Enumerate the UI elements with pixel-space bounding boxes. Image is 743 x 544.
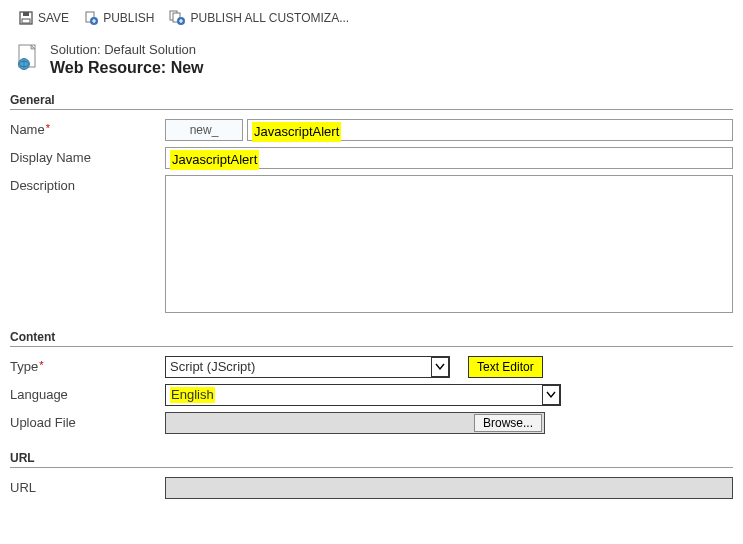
display-name-input[interactable]: JavascriptAlert <box>165 147 733 169</box>
section-general: General <box>10 89 733 110</box>
row-display-name: Display Name JavascriptAlert <box>0 144 743 172</box>
row-url: URL <box>0 474 743 502</box>
url-display <box>165 477 733 499</box>
type-select[interactable]: Script (JScript) <box>165 356 450 378</box>
chevron-down-icon[interactable] <box>431 357 449 377</box>
solution-label: Solution: <box>50 42 101 57</box>
type-label: Type* <box>10 356 165 374</box>
svg-rect-1 <box>23 12 29 16</box>
page-title: Web Resource: New <box>50 59 204 77</box>
name-input[interactable]: JavascriptAlert <box>247 119 733 141</box>
language-label: Language <box>10 384 165 402</box>
upload-label: Upload File <box>10 412 165 430</box>
row-name: Name* new_ JavascriptAlert <box>0 116 743 144</box>
solution-line: Solution: Default Solution <box>50 42 204 57</box>
publish-all-icon <box>168 10 186 26</box>
row-description: Description <box>0 172 743 316</box>
publish-all-button[interactable]: PUBLISH ALL CUSTOMIZA... <box>168 10 349 26</box>
svg-rect-2 <box>22 19 30 23</box>
save-icon <box>18 10 34 26</box>
save-button[interactable]: SAVE <box>18 10 69 26</box>
description-label: Description <box>10 175 165 193</box>
display-name-label: Display Name <box>10 147 165 165</box>
description-input[interactable] <box>165 175 733 313</box>
publish-label: PUBLISH <box>103 11 154 25</box>
url-label: URL <box>10 477 165 495</box>
text-editor-button[interactable]: Text Editor <box>468 356 543 378</box>
toolbar: SAVE PUBLISH PUBLISH ALL CUSTOMIZA... <box>0 0 743 34</box>
section-url: URL <box>10 447 733 468</box>
name-label: Name* <box>10 119 165 137</box>
row-type: Type* Script (JScript) Text Editor <box>0 353 743 381</box>
language-select[interactable]: English <box>165 384 561 406</box>
publish-icon <box>83 10 99 26</box>
publish-all-label: PUBLISH ALL CUSTOMIZA... <box>190 11 349 25</box>
section-content: Content <box>10 326 733 347</box>
web-resource-icon <box>16 44 40 70</box>
row-language: Language English <box>0 381 743 409</box>
upload-file-input[interactable]: Browse... <box>165 412 545 434</box>
browse-button[interactable]: Browse... <box>474 414 542 432</box>
publish-button[interactable]: PUBLISH <box>83 10 154 26</box>
save-label: SAVE <box>38 11 69 25</box>
page-header: Solution: Default Solution Web Resource:… <box>0 34 743 79</box>
solution-name: Default Solution <box>104 42 196 57</box>
name-prefix: new_ <box>165 119 243 141</box>
row-upload: Upload File Browse... <box>0 409 743 437</box>
chevron-down-icon[interactable] <box>542 385 560 405</box>
